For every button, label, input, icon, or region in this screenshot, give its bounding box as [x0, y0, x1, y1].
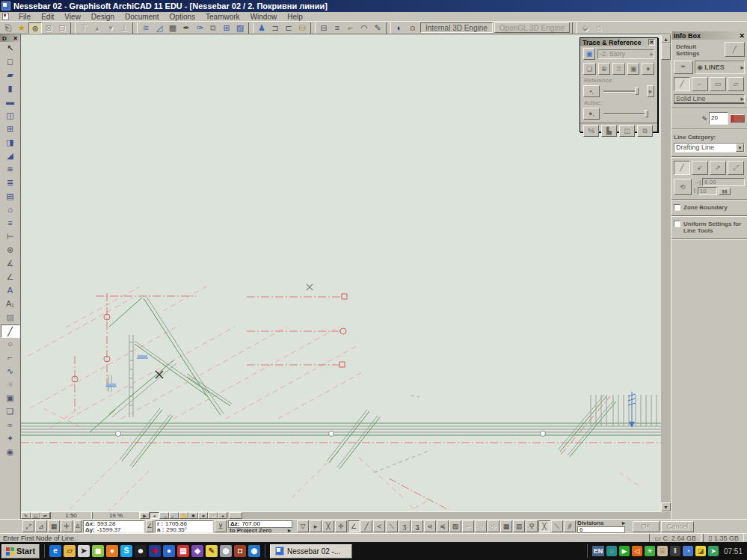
pen-icon[interactable]: ✒ [179, 22, 193, 34]
zoom-flyout-icon[interactable]: ▶ [140, 512, 150, 519]
geometry-chained-line[interactable]: ⌐ [692, 77, 708, 91]
3d-cutaway-icon[interactable]: ⍝ [406, 22, 419, 34]
tool-door[interactable]: ◫ [1, 109, 20, 123]
corner-a-icon[interactable]: ⌐ [462, 520, 474, 532]
trace-copy-icon[interactable]: ⧉ [637, 125, 653, 137]
cursor-snap-plus-icon[interactable]: ✛ [335, 520, 347, 532]
toolbox-close-icon[interactable]: ✕ [13, 35, 18, 42]
tool-angle-dimension[interactable]: ∡ [1, 257, 20, 271]
skype-icon[interactable]: S [120, 545, 132, 557]
task-button-nessebar[interactable]: Nessebar 02 -... [270, 544, 352, 559]
snap-d-icon[interactable]: ʓ [411, 520, 423, 532]
special-snap-off-icon[interactable]: ╳ [538, 520, 550, 532]
trace-fill-icon[interactable]: ● [642, 63, 654, 75]
pen-mini-icon[interactable]: ✎ [21, 512, 31, 519]
align-down-icon[interactable]: ▾ [104, 22, 117, 34]
tool-column[interactable]: ▮ [1, 82, 20, 96]
toolbar-icon[interactable] [248, 22, 253, 34]
drawing-canvas[interactable] [21, 34, 661, 511]
default-settings-button[interactable]: ╱ [725, 42, 745, 57]
tool-level-dimension[interactable]: ⊕ [1, 244, 20, 257]
tool-roof[interactable]: ◢ [1, 150, 20, 163]
tool-arrow[interactable]: ↖ [1, 42, 20, 55]
menu-file[interactable]: File [13, 13, 36, 21]
uk-flag-icon[interactable]: ✚ [149, 545, 161, 557]
snap-hatch-icon[interactable]: ▨ [449, 520, 461, 532]
magic-wand-icon[interactable]: ⚲ [526, 520, 538, 532]
tool-object[interactable]: ⌂ [1, 203, 20, 217]
worksheet-icon[interactable]: ⌐ [344, 22, 357, 34]
walk-icon[interactable]: ♟ [255, 22, 268, 34]
menu-document[interactable]: Document [120, 13, 165, 21]
arrow-none[interactable]: ╱ [674, 161, 690, 175]
scroll-up-icon[interactable]: ▲ [661, 34, 671, 43]
tool-section[interactable]: ⌯ [1, 419, 20, 432]
perspective-icon[interactable]: ⌂ [592, 22, 606, 34]
trace-reference-close-icon[interactable]: ✕ [648, 39, 655, 46]
arc-icon[interactable]: ◠ [357, 22, 371, 34]
internal-3d-engine-button[interactable]: Internal 3D Engine [420, 22, 493, 33]
orientation-icon[interactable]: ◕ [150, 512, 159, 519]
trace-up-icon[interactable]: ⊕ [598, 63, 611, 75]
scroll-down-icon[interactable]: ▼ [661, 502, 671, 511]
active-intensity-slider[interactable] [602, 110, 654, 117]
trace-move-icon[interactable]: ▙ [601, 125, 617, 137]
cancel-button[interactable]: Cancel [661, 521, 694, 532]
pen-weight-field[interactable]: 20 [709, 112, 728, 125]
user-origin-icon[interactable]: ⤢ [22, 520, 34, 532]
menu-help[interactable]: Help [282, 13, 308, 21]
tool-arc[interactable]: ○ [1, 338, 20, 351]
ghost-story-icon[interactable]: ≋ [139, 22, 153, 34]
swirl-tray-icon[interactable]: ◌ [606, 546, 617, 556]
folder-icon[interactable]: ▱ [64, 545, 76, 557]
book-icon[interactable]: ≡ [331, 22, 344, 34]
angle-snap-icon[interactable]: ∠ [348, 520, 360, 532]
geometry-single-line[interactable]: ╱ [674, 77, 690, 91]
ie-icon[interactable]: e [49, 545, 61, 557]
tool-text[interactable]: A [1, 284, 20, 298]
toolbar-icon[interactable] [386, 22, 391, 34]
app-icon[interactable] [1, 1, 10, 10]
tool-slab[interactable]: ▤ [1, 190, 20, 203]
special-snap-div-icon[interactable]: ⫻ [564, 520, 576, 532]
parallel-icon[interactable]: ╱ [360, 520, 372, 532]
eye-app-icon[interactable]: ◉ [248, 545, 260, 557]
tool-window[interactable]: ⊞ [1, 123, 20, 136]
protractor-icon[interactable]: ◿ [153, 22, 166, 34]
menu-teamwork[interactable]: Teamwork [200, 13, 245, 21]
tool-shell[interactable]: ≋ [1, 163, 20, 176]
divisions-flyout-icon[interactable]: ▸ [622, 520, 625, 526]
pen-color-swatch[interactable] [730, 114, 745, 123]
menu-edit[interactable]: Edit [36, 13, 59, 21]
relative-methods-icon[interactable]: ▽ [297, 520, 309, 532]
menu-design[interactable]: Design [86, 13, 120, 21]
menu-window[interactable]: Window [245, 13, 283, 21]
trace-rebuild-icon[interactable]: ▣ [627, 63, 640, 75]
start-button[interactable]: Start [1, 544, 40, 559]
corner-b-icon[interactable]: ¬ [475, 520, 487, 532]
pan-mode-icon[interactable]: ⇄ [40, 512, 50, 519]
grid-snap-icon[interactable]: ▦ [48, 520, 60, 532]
zoom-in-icon[interactable]: 🔍 [159, 512, 169, 519]
checkbox-icon[interactable] [674, 204, 680, 211]
tool-stair[interactable]: ≡ [1, 217, 20, 230]
cursor-snap-x-icon[interactable]: ╳ [322, 520, 334, 532]
zoom-out-icon[interactable]: 🔎 [169, 512, 179, 519]
scale-display[interactable]: 1:50 [50, 512, 92, 519]
reference-intensity-slider[interactable] [602, 87, 645, 95]
trace-compare-icon[interactable]: ◫ [619, 125, 635, 137]
opengl-3d-engine-button[interactable]: OpenGL 3D Engine [494, 22, 570, 33]
tool-mesh[interactable]: ≣ [1, 176, 20, 190]
checkbox-icon[interactable] [674, 221, 680, 227]
tool-camera[interactable]: ◉ [1, 446, 20, 459]
green-app-icon[interactable]: ◼ [92, 545, 104, 557]
line-category-select[interactable]: Drafting Line▼ [674, 143, 745, 153]
uniform-settings-checkbox[interactable]: Uniform Settings for Line Tools [671, 218, 747, 236]
brown-app-icon[interactable]: ◘ [234, 545, 246, 557]
align-top-icon[interactable]: ⊤ [77, 22, 90, 34]
lock-icon[interactable]: ⊠ [42, 22, 55, 34]
ok-button[interactable]: OK [633, 521, 660, 532]
schedule-icon[interactable]: ⊞ [220, 22, 233, 34]
truck-icon[interactable]: ⊐ [268, 22, 282, 34]
gravity-z-icon[interactable]: ⊻ [215, 520, 227, 532]
